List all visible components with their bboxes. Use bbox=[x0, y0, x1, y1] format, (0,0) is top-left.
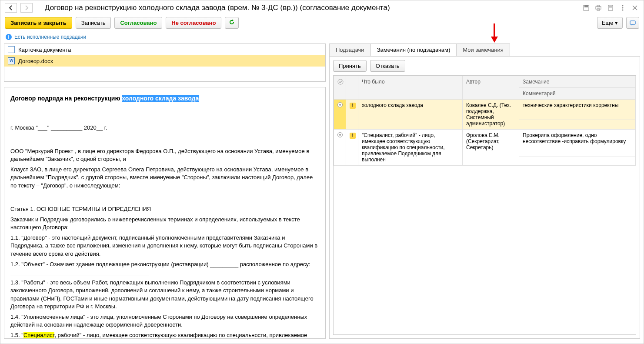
doc-clause: 1.2. "Объект" - Означает здание подлежащ… bbox=[10, 261, 319, 276]
warning-icon: ! bbox=[350, 133, 356, 139]
warning-icon: ! bbox=[350, 103, 356, 109]
info-icon: i bbox=[6, 34, 12, 40]
svg-point-8 bbox=[622, 5, 624, 7]
report-icon[interactable] bbox=[606, 3, 615, 12]
window-header: Договор на реконструкцию холодного склад… bbox=[0, 0, 644, 15]
col-remark[interactable]: Замечание bbox=[519, 76, 636, 88]
tab-my-remarks[interactable]: Мои замечания bbox=[456, 43, 510, 56]
col-comment[interactable]: Комментарий bbox=[519, 88, 636, 100]
more-button[interactable]: Еще ▾ bbox=[597, 17, 623, 29]
menu-icon[interactable] bbox=[618, 3, 627, 12]
highlighted-text: холодного склада завода bbox=[122, 95, 199, 102]
nav-forward-button[interactable] bbox=[20, 3, 33, 13]
file-list: Карточка документа Договор.docx bbox=[4, 43, 326, 82]
file-label: Договор.docx bbox=[18, 58, 53, 64]
page-title: Договор на реконструкцию холодного склад… bbox=[45, 3, 390, 12]
cell-comment bbox=[519, 157, 636, 166]
document-card-icon bbox=[8, 46, 15, 53]
nav-back-button[interactable] bbox=[5, 3, 17, 13]
save-icon[interactable] bbox=[582, 3, 591, 12]
chat-button[interactable] bbox=[626, 17, 639, 29]
info-bar: i Есть исполненные подзадачи bbox=[0, 33, 644, 43]
cell-author: Фролова Е.М. (Секретариат, Секретарь) bbox=[463, 130, 519, 166]
clock-icon bbox=[337, 132, 343, 137]
remarks-table: Что было Автор Замечание Комментарий ! х… bbox=[333, 75, 636, 335]
cell-author: Ковалев С.Д. (Тех. поддержка, Системный … bbox=[463, 100, 519, 130]
doc-clause: 1.3. "Работы" - это весь объем Работ, по… bbox=[10, 279, 319, 311]
info-text[interactable]: Есть исполненные подзадачи bbox=[14, 34, 86, 40]
refresh-button[interactable] bbox=[225, 17, 239, 29]
tabs: Подзадачи Замечания (по подзадачам) Мои … bbox=[329, 43, 640, 57]
col-status[interactable] bbox=[334, 76, 346, 100]
save-close-button[interactable]: Записать и закрыть bbox=[5, 17, 72, 29]
not-approved-button[interactable]: Не согласовано bbox=[166, 17, 221, 29]
doc-city-line: г. Москва "___" __________ 2020__ г. bbox=[10, 124, 319, 132]
more-label: Еще bbox=[602, 20, 613, 26]
approved-button[interactable]: Согласовано bbox=[114, 17, 162, 29]
cell-what: холодного склада завода bbox=[358, 100, 463, 130]
doc-title: Договор подряда на реконструкцию холодно… bbox=[10, 94, 319, 103]
tab-content: Принять Отказать Что было Автор Замечани… bbox=[329, 57, 640, 339]
col-what[interactable]: Что было bbox=[358, 76, 463, 100]
cell-remark: технические характеристики корректны bbox=[519, 100, 636, 120]
svg-point-10 bbox=[622, 10, 624, 11]
accept-button[interactable]: Принять bbox=[333, 60, 367, 72]
svg-point-9 bbox=[622, 7, 624, 9]
highlighted-word: Специалист bbox=[23, 332, 54, 338]
table-row[interactable]: ! "Специалист, рабочий" - лицо, имеющее … bbox=[334, 130, 636, 157]
file-row-docx[interactable]: Договор.docx bbox=[4, 55, 325, 67]
clock-icon bbox=[337, 102, 343, 107]
print-icon[interactable] bbox=[594, 3, 603, 12]
main-toolbar: Записать и закрыть Записать Согласовано … bbox=[0, 15, 644, 33]
doc-paragraph: Заказчик и Подрядчик договорились о ниже… bbox=[10, 216, 319, 231]
svg-rect-11 bbox=[630, 21, 635, 24]
col-flag[interactable] bbox=[346, 76, 358, 100]
file-label: Карточка документа bbox=[18, 47, 71, 53]
cell-remark: Проверила оформление, одно несоответстви… bbox=[519, 130, 636, 157]
cell-comment bbox=[519, 120, 636, 129]
word-icon bbox=[8, 57, 15, 64]
doc-clause: 1.4. "Уполномоченные лица" - это лица, у… bbox=[10, 313, 319, 329]
document-preview[interactable]: Договор подряда на реконструкцию холодно… bbox=[4, 87, 326, 339]
col-author[interactable]: Автор bbox=[463, 76, 519, 100]
save-button[interactable]: Записать bbox=[76, 17, 111, 29]
tab-subtasks[interactable]: Подзадачи bbox=[329, 43, 371, 56]
reject-button[interactable]: Отказать bbox=[370, 60, 405, 72]
table-row[interactable]: ! холодного склада завода Ковалев С.Д. (… bbox=[334, 100, 636, 120]
file-row-card[interactable]: Карточка документа bbox=[4, 44, 325, 55]
tab-remarks[interactable]: Замечания (по подзадачам) bbox=[370, 43, 457, 56]
cell-what: "Специалист, рабочий" - лицо, имеющее со… bbox=[358, 130, 463, 166]
close-icon[interactable] bbox=[631, 3, 639, 12]
doc-clause: 1.5. "Специалист, рабочий" - лицо, имеющ… bbox=[10, 331, 319, 339]
doc-paragraph: ООО "Меркурий Проект , в лице его директ… bbox=[10, 147, 319, 163]
doc-clause: 1.1. "Договор" - это настоящий документ,… bbox=[10, 234, 319, 258]
svg-rect-1 bbox=[584, 5, 588, 7]
chevron-down-icon: ▾ bbox=[615, 20, 618, 26]
doc-paragraph: Клауст ЗАО, в лице его директора Сергеев… bbox=[10, 166, 319, 190]
annotation-arrow bbox=[489, 23, 500, 45]
doc-article-header: Статья 1. ОСНОВНЫЕ ТЕРМИНЫ И ОПРЕДЕЛЕНИЯ bbox=[10, 205, 319, 213]
